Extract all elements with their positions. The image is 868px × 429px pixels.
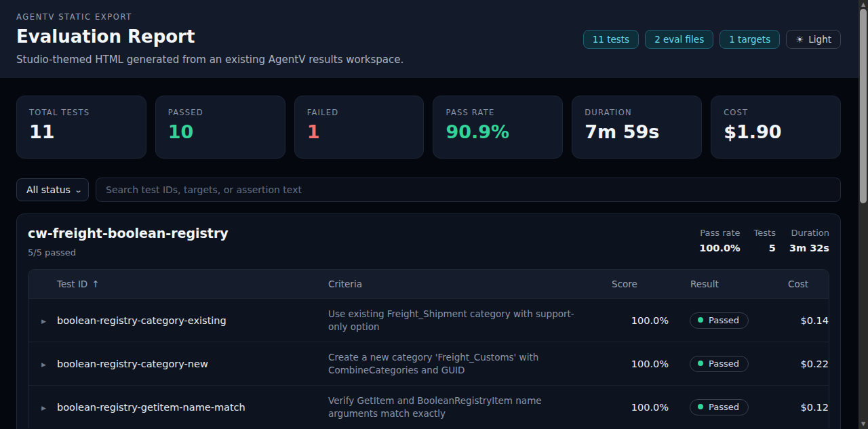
suite-stat-pass-rate: Pass rate 100.0% bbox=[699, 228, 740, 258]
column-header-score[interactable]: Score bbox=[580, 279, 669, 289]
stat-label: PASSED bbox=[168, 108, 273, 117]
stat-value: 11 bbox=[29, 121, 134, 142]
expand-caret-icon[interactable]: ▶ bbox=[28, 316, 46, 325]
badge-eval-files-count: 2 eval files bbox=[645, 30, 713, 49]
status-badge-label: Passed bbox=[709, 402, 739, 412]
suite-stat-label: Tests bbox=[754, 228, 776, 238]
status-badge: Passed bbox=[690, 312, 749, 329]
page-header: AGENTV STATIC EXPORT Evaluation Report S… bbox=[0, 0, 859, 78]
badge-tests-count: 11 tests bbox=[583, 30, 639, 49]
test-id-cell: boolean-registry-category-existing bbox=[46, 315, 312, 326]
stat-value: $1.90 bbox=[724, 121, 828, 142]
stat-card-passed: PASSED 10 bbox=[155, 96, 285, 159]
suite-stat-duration: Duration 3m 32s bbox=[789, 228, 829, 258]
stat-value: 1 bbox=[307, 121, 412, 142]
criteria-cell: Use existing Freight_Shipment category w… bbox=[312, 308, 580, 333]
stat-card-duration: DURATION 7m 59s bbox=[572, 96, 702, 159]
stat-card-cost: COST $1.90 bbox=[711, 96, 841, 159]
criteria-cell: Verify GetItem and BooleanRegistryItem n… bbox=[312, 394, 580, 420]
status-badge-label: Passed bbox=[709, 315, 739, 325]
stat-label: PASS RATE bbox=[446, 108, 550, 117]
expand-caret-icon[interactable]: ▶ bbox=[28, 360, 46, 368]
result-cell: Passed bbox=[669, 312, 768, 329]
result-cell: Passed bbox=[669, 356, 768, 372]
result-cell: Passed bbox=[669, 399, 768, 415]
header-badges: 11 tests 2 eval files 1 targets ☀ Light bbox=[583, 30, 841, 49]
suite-title-block: cw-freight-boolean-registry 5/5 passed bbox=[28, 226, 229, 258]
status-badge-label: Passed bbox=[709, 359, 739, 369]
suite-stat-value: 5 bbox=[754, 243, 776, 253]
column-header-test-id[interactable]: Test ID↑ bbox=[46, 279, 312, 289]
chevron-down-icon: ⌄ bbox=[74, 186, 82, 195]
expand-caret-icon[interactable]: ▶ bbox=[28, 403, 46, 411]
scroll-up-icon[interactable]: ▲ bbox=[859, 0, 868, 9]
suite-stat-label: Duration bbox=[789, 228, 829, 238]
search-input[interactable] bbox=[96, 178, 841, 202]
suite-stat-value: 3m 32s bbox=[789, 243, 829, 253]
test-id-cell: boolean-registry-getitem-name-match bbox=[46, 402, 312, 413]
scroll-down-icon[interactable]: ▼ bbox=[859, 420, 868, 429]
stat-card-pass-rate: PASS RATE 90.9% bbox=[433, 96, 563, 159]
filter-bar: All status ⌄ bbox=[0, 159, 859, 202]
suite-stats: Pass rate 100.0% Tests 5 Duration 3m 32s bbox=[699, 228, 829, 258]
eyebrow-label: AGENTV STATIC EXPORT bbox=[16, 12, 403, 22]
pass-dot-icon bbox=[698, 404, 703, 409]
score-cell: 100.0% bbox=[580, 315, 669, 326]
column-header-label: Test ID bbox=[57, 279, 87, 289]
status-filter-select[interactable]: All status ⌄ bbox=[16, 178, 89, 201]
sun-icon: ☀ bbox=[795, 34, 804, 45]
sort-ascending-icon: ↑ bbox=[92, 279, 99, 289]
stat-value: 10 bbox=[168, 121, 273, 142]
stat-label: TOTAL TESTS bbox=[29, 108, 134, 117]
stat-value: 7m 59s bbox=[585, 121, 689, 142]
column-header-result[interactable]: Result bbox=[669, 279, 768, 289]
stat-label: DURATION bbox=[585, 108, 689, 117]
theme-toggle-button[interactable]: ☀ Light bbox=[786, 30, 841, 49]
page-title: Evaluation Report bbox=[16, 26, 403, 47]
suite-stat-label: Pass rate bbox=[699, 228, 740, 238]
table-header-row: Test ID↑ Criteria Score Result Cost bbox=[28, 270, 829, 298]
page-viewport: AGENTV STATIC EXPORT Evaluation Report S… bbox=[0, 0, 859, 429]
suite-panel: cw-freight-boolean-registry 5/5 passed P… bbox=[16, 213, 841, 429]
score-cell: 100.0% bbox=[580, 402, 669, 413]
column-header-criteria[interactable]: Criteria bbox=[312, 279, 580, 289]
suite-panel-header: cw-freight-boolean-registry 5/5 passed P… bbox=[17, 214, 840, 267]
score-cell: 100.0% bbox=[580, 359, 669, 369]
vertical-scrollbar[interactable]: ▲ ▼ bbox=[859, 0, 868, 429]
scrollbar-thumb[interactable] bbox=[860, 9, 867, 203]
column-header-cost[interactable]: Cost bbox=[768, 279, 829, 289]
cost-cell: $0.14 bbox=[768, 315, 829, 326]
stat-label: FAILED bbox=[307, 108, 412, 117]
summary-stats-row: TOTAL TESTS 11 PASSED 10 FAILED 1 PASS R… bbox=[0, 78, 859, 159]
theme-toggle-label: Light bbox=[808, 34, 831, 45]
page-subtitle: Studio-themed HTML generated from an exi… bbox=[16, 54, 403, 66]
pass-dot-icon bbox=[698, 361, 703, 366]
header-text-block: AGENTV STATIC EXPORT Evaluation Report S… bbox=[16, 11, 403, 66]
stat-value: 90.9% bbox=[446, 121, 550, 142]
pass-dot-icon bbox=[698, 317, 703, 323]
cost-cell: $0.12 bbox=[768, 402, 829, 413]
status-filter-value: All status bbox=[26, 184, 71, 195]
status-badge: Passed bbox=[690, 356, 749, 372]
status-badge: Passed bbox=[690, 399, 749, 415]
suite-stat-tests: Tests 5 bbox=[754, 228, 776, 258]
stat-label: COST bbox=[724, 108, 828, 117]
table-row[interactable]: ▶ boolean-registry-category-existing Use… bbox=[28, 298, 829, 342]
stat-card-total-tests: TOTAL TESTS 11 bbox=[16, 96, 146, 159]
suite-stat-value: 100.0% bbox=[699, 243, 740, 253]
suite-name: cw-freight-boolean-registry bbox=[28, 226, 229, 241]
cost-cell: $0.22 bbox=[768, 359, 829, 369]
table-row[interactable]: ▶ boolean-registry-category-new Create a… bbox=[28, 342, 829, 385]
test-id-cell: boolean-registry-category-new bbox=[46, 359, 312, 369]
criteria-cell: Create a new category 'Freight_Customs' … bbox=[312, 351, 580, 377]
badge-targets-count: 1 targets bbox=[719, 30, 780, 49]
table-row[interactable]: ▶ boolean-registry-getitem-name-match Ve… bbox=[28, 385, 829, 428]
stat-card-failed: FAILED 1 bbox=[294, 96, 425, 159]
results-table: Test ID↑ Criteria Score Result Cost ▶ bo… bbox=[28, 269, 829, 428]
suite-passed-summary: 5/5 passed bbox=[28, 247, 229, 258]
